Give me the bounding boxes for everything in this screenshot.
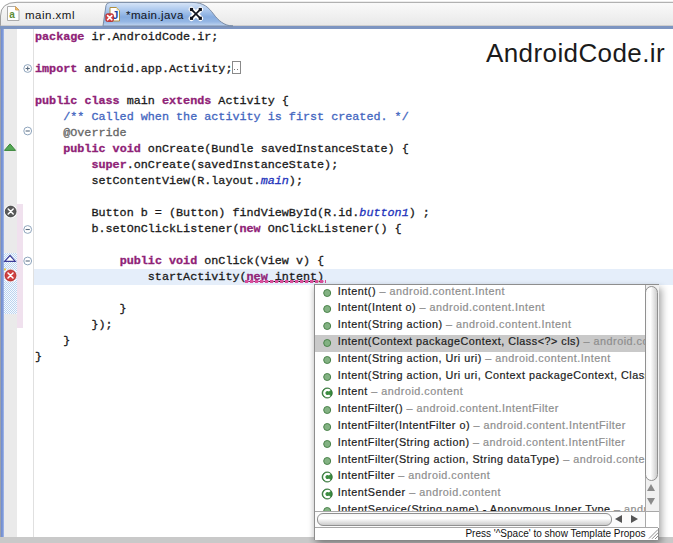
svg-text:main.xml: main.xml: [25, 9, 75, 21]
svg-text:*main.java: *main.java: [126, 9, 184, 21]
svg-text:a: a: [9, 9, 15, 20]
